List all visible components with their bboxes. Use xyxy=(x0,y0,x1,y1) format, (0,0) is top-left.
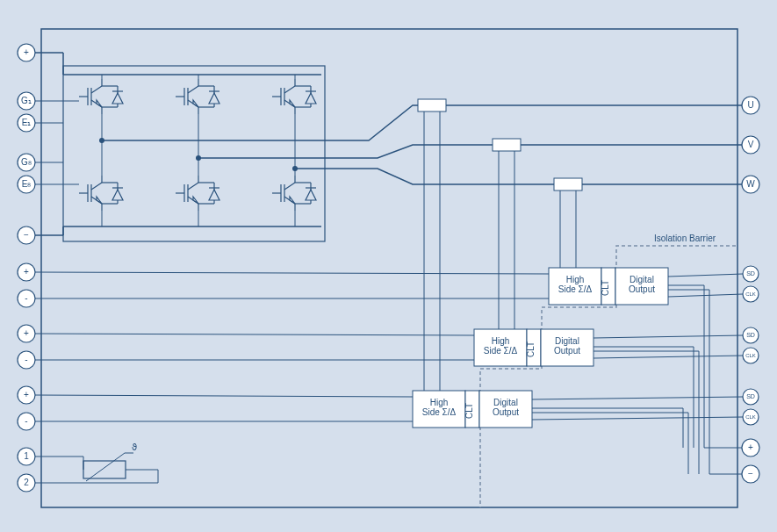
svg-line-69 xyxy=(668,274,743,277)
pin-v: V xyxy=(748,140,754,149)
pin-minus-b: - xyxy=(25,355,27,364)
adc1-do: DigitalOutput xyxy=(629,275,655,294)
pin-w: W xyxy=(746,179,755,189)
left-pins: + G₁ E₁ G₈ E₈ − + - + - + - 1 2 xyxy=(18,44,35,492)
pin-g8: G₈ xyxy=(21,157,32,167)
right-pins: U V W SD CLK SD CLK SD CLK + − xyxy=(742,97,759,483)
svg-line-84 xyxy=(532,417,743,420)
pin-clk3: CLK xyxy=(745,414,756,420)
pin-u: U xyxy=(747,100,753,110)
thermistor: ϑ xyxy=(35,442,158,483)
pin-t1: 1 xyxy=(24,451,29,461)
thermistor-theta: ϑ xyxy=(132,442,137,452)
adc2-do: DigitalOutput xyxy=(554,336,580,356)
svg-line-85 xyxy=(35,395,413,397)
svg-line-78 xyxy=(35,334,474,335)
svg-rect-89 xyxy=(83,461,126,478)
pin-sd1: SD xyxy=(746,270,755,277)
adc1-clt: CLT xyxy=(601,280,610,296)
pin-plus-b: + xyxy=(24,328,29,338)
pin-minus-c: - xyxy=(25,416,27,426)
pin-e1: E₁ xyxy=(22,118,32,127)
isolation-barrier-label: Isolation Barrier xyxy=(654,234,716,243)
adc3-do: DigitalOutput xyxy=(493,398,519,417)
pin-sd3: SD xyxy=(746,393,755,399)
adc2-clt: CLT xyxy=(526,341,536,357)
igbt-phase-w xyxy=(272,79,316,211)
adc-block-3: HighSide Σ/Δ CLT DigitalOutput xyxy=(413,391,532,428)
pin-minus-r: − xyxy=(748,469,753,478)
pin-plus-r: + xyxy=(748,442,753,452)
pin-g1: G₁ xyxy=(21,96,32,105)
pin-plus-top: + xyxy=(24,47,29,57)
pin-t2: 2 xyxy=(24,478,29,487)
svg-line-71 xyxy=(35,272,549,274)
pin-minus-a: - xyxy=(25,293,27,303)
svg-line-76 xyxy=(594,335,743,338)
igbt-phase-u xyxy=(79,79,123,211)
svg-line-83 xyxy=(532,397,743,399)
igbt-phase-v xyxy=(176,79,219,211)
pin-clk1: CLK xyxy=(745,291,756,297)
adc3-clt: CLT xyxy=(464,403,474,419)
pin-sd2: SD xyxy=(746,332,755,338)
adc-block-2: HighSide Σ/Δ CLT DigitalOutput xyxy=(474,329,594,366)
svg-line-70 xyxy=(668,294,743,297)
pin-plus-a: + xyxy=(24,267,29,277)
adc-block-1: HighSide Σ/Δ CLT DigitalOutput xyxy=(549,268,668,305)
pin-clk2: CLK xyxy=(745,353,756,358)
svg-line-90 xyxy=(86,453,125,481)
svg-line-77 xyxy=(594,356,743,358)
pin-plus-c: + xyxy=(24,390,29,399)
shunt-w xyxy=(554,178,582,191)
shunt-u xyxy=(418,99,446,111)
shunt-v xyxy=(493,139,521,151)
pin-e8: E₈ xyxy=(22,179,32,189)
diagram-root: + G₁ E₁ G₈ E₈ − + - + - + - 1 2 U V W SD… xyxy=(0,0,777,532)
pin-minus-top: − xyxy=(24,230,29,240)
